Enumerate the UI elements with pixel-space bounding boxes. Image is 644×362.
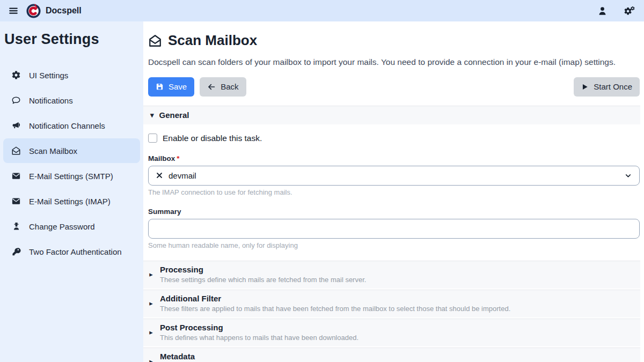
section-subtitle: This defines what happens to mails that … xyxy=(160,334,358,342)
summary-hint: Some human readable name, only for displ… xyxy=(148,241,640,249)
mailbox-field-label: Mailbox* xyxy=(148,154,640,162)
envelope-open-icon xyxy=(148,34,162,48)
page-description: Docspell can scan folders of your mailbo… xyxy=(148,55,640,69)
docspell-logo-icon xyxy=(26,4,41,18)
chevron-down-icon xyxy=(625,172,632,179)
enable-task-label: Enable or disable this task. xyxy=(163,134,262,143)
sidebar-item-two-factor[interactable]: Two Factor Authentication xyxy=(3,239,140,264)
app-title: Docspell xyxy=(46,6,82,16)
play-icon xyxy=(581,83,589,91)
sidebar-item-notification-channels[interactable]: Notification Channels xyxy=(3,113,140,138)
bullhorn-icon xyxy=(11,121,21,130)
caret-right-icon: ▸ xyxy=(147,328,155,336)
start-once-button[interactable]: Start Once xyxy=(574,77,640,97)
user-secret-icon xyxy=(11,222,21,231)
menu-hamburger-icon[interactable] xyxy=(9,6,18,16)
section-title: Metadata xyxy=(160,352,385,361)
user-account-icon[interactable] xyxy=(597,6,608,16)
save-button[interactable]: Save xyxy=(148,77,194,97)
envelope-open-icon xyxy=(11,146,21,156)
enable-task-checkbox[interactable] xyxy=(148,134,157,143)
section-subtitle: These settings define which mails are fe… xyxy=(160,276,366,284)
envelope-icon xyxy=(11,171,21,181)
enable-task-row: Enable or disable this task. xyxy=(148,134,640,143)
key-icon xyxy=(11,247,21,256)
collapsed-sections: ▸ Processing These settings define which… xyxy=(143,261,640,362)
gear-icon xyxy=(11,70,21,80)
general-section-label: General xyxy=(159,110,189,120)
comment-icon xyxy=(11,95,21,105)
remove-selection-icon[interactable] xyxy=(156,172,163,179)
app-logo[interactable]: Docspell xyxy=(26,4,82,18)
sidebar-item-change-password[interactable]: Change Password xyxy=(3,214,140,239)
caret-right-icon: ▸ xyxy=(147,357,155,362)
sidebar-item-label: Scan Mailbox xyxy=(29,146,77,156)
section-subtitle: These filters are applied to mails that … xyxy=(160,305,510,313)
sidebar-item-email-smtp[interactable]: E-Mail Settings (SMTP) xyxy=(3,164,140,188)
caret-down-icon: ▾ xyxy=(150,111,154,119)
section-additional-filter[interactable]: ▸ Additional Filter These filters are ap… xyxy=(143,290,640,317)
sidebar-item-email-imap[interactable]: E-Mail Settings (IMAP) xyxy=(3,189,140,213)
cogs-settings-icon[interactable] xyxy=(624,5,635,16)
main-content: Scan Mailbox Docspell can scan folders o… xyxy=(143,21,644,362)
sidebar-item-label: E-Mail Settings (SMTP) xyxy=(29,172,113,181)
topbar-actions xyxy=(597,5,635,16)
section-post-processing[interactable]: ▸ Post Processing This defines what happ… xyxy=(143,319,640,346)
back-button[interactable]: Back xyxy=(200,77,246,97)
mailbox-hint: The IMAP connection to use for fetching … xyxy=(148,188,640,196)
sidebar-item-ui-settings[interactable]: UI Settings xyxy=(3,63,140,87)
general-section-header[interactable]: ▾ General xyxy=(143,106,640,124)
required-marker: * xyxy=(177,154,179,162)
back-button-label: Back xyxy=(221,82,238,91)
page-title: Scan Mailbox xyxy=(148,32,640,49)
sidebar-item-label: Change Password xyxy=(29,222,95,231)
sidebar-item-notifications[interactable]: Notifications xyxy=(3,88,140,113)
start-once-button-label: Start Once xyxy=(594,82,632,91)
summary-field-label: Summary xyxy=(148,208,640,216)
sidebar-item-label: E-Mail Settings (IMAP) xyxy=(29,197,111,206)
summary-input[interactable] xyxy=(148,219,640,239)
sidebar-item-label: Notification Channels xyxy=(29,121,105,130)
sidebar-item-scan-mailbox[interactable]: Scan Mailbox xyxy=(3,138,140,163)
caret-right-icon: ▸ xyxy=(147,299,155,307)
section-title: Processing xyxy=(160,265,366,274)
section-processing[interactable]: ▸ Processing These settings define which… xyxy=(143,261,640,289)
section-title: Additional Filter xyxy=(160,294,510,303)
envelope-icon xyxy=(11,196,21,206)
sidebar-item-label: UI Settings xyxy=(29,71,68,80)
sidebar-title: User Settings xyxy=(4,31,143,48)
mailbox-selected-value: devmail xyxy=(169,171,196,180)
save-button-label: Save xyxy=(169,82,187,91)
sidebar-item-label: Two Factor Authentication xyxy=(29,247,122,256)
page-title-text: Scan Mailbox xyxy=(168,32,257,49)
sidebar: User Settings UI Settings Notifications … xyxy=(0,21,143,362)
save-icon xyxy=(156,83,164,91)
sidebar-item-label: Notifications xyxy=(29,96,73,105)
topbar: Docspell xyxy=(0,0,644,21)
arrow-left-icon xyxy=(207,83,216,91)
mailbox-select[interactable]: devmail xyxy=(148,166,640,186)
section-metadata[interactable]: ▸ Metadata Define metadata that should b… xyxy=(143,348,640,362)
caret-right-icon: ▸ xyxy=(147,270,155,278)
section-title: Post Processing xyxy=(160,323,358,332)
action-bar: Save Back Start Once xyxy=(148,77,640,97)
